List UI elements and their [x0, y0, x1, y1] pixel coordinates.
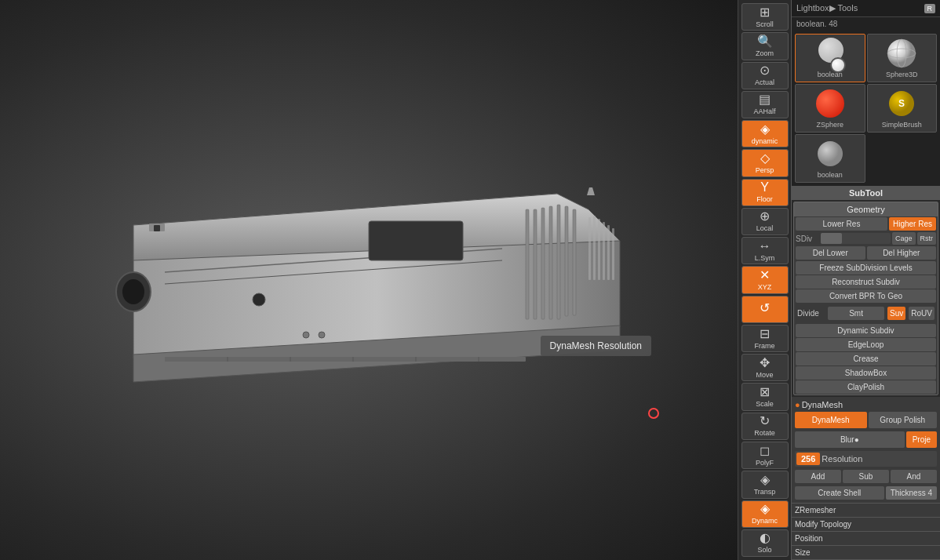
zsphere-icon: [814, 88, 846, 119]
del-higher-button[interactable]: Del Higher: [867, 246, 937, 260]
lower-res-button[interactable]: Lower Res: [796, 217, 887, 231]
solo-button[interactable]: ◐ Solo: [741, 529, 789, 557]
dynamic-icon: ◈: [760, 123, 770, 136]
crease-button[interactable]: Crease: [796, 352, 936, 365]
blur-button[interactable]: Blur●: [795, 431, 905, 448]
xyz-button[interactable]: ✕ XYZ: [741, 266, 789, 293]
boolean2-icon: [814, 138, 846, 169]
svg-rect-29: [598, 219, 600, 280]
move-button[interactable]: ✥ Move: [741, 354, 789, 381]
dynamic-label: dynamic: [752, 137, 778, 145]
sdiv-slider[interactable]: [821, 233, 891, 244]
frame-button[interactable]: ⊟ Frame: [741, 325, 789, 352]
zsphere-tool[interactable]: ZSphere: [795, 84, 865, 133]
geometry-panel: Geometry Lower Res Higher Res SDiv Cage …: [793, 202, 938, 395]
move-icon: ✥: [760, 357, 770, 369]
cage-button[interactable]: Cage: [892, 232, 916, 245]
dynamc-label: Dynamc: [752, 517, 778, 525]
proj-button[interactable]: Proje: [906, 431, 937, 448]
zremesher-section[interactable]: ZRemesher: [792, 503, 940, 517]
lsym-button[interactable]: ↔ L.Sym: [741, 237, 789, 264]
claypolish-button[interactable]: ClayPolish: [796, 380, 936, 394]
scrollable-panel[interactable]: Geometry Lower Res Higher Res SDiv Cage …: [792, 200, 940, 560]
floor-button[interactable]: Y Floor: [741, 179, 789, 206]
persp-button[interactable]: ◇ Persp: [741, 149, 789, 176]
rstr-button[interactable]: Rstr: [917, 232, 937, 245]
gyro-button[interactable]: ↺: [741, 296, 789, 323]
actual-icon: ⊙: [760, 64, 770, 77]
lightbox-title: Lightbox▶ Tools: [796, 3, 858, 13]
scroll-button[interactable]: ⊞ Scroll: [741, 3, 789, 31]
transp-button[interactable]: ◈ Transp: [741, 471, 789, 498]
dynamic-button[interactable]: ◈ dynamic: [741, 120, 789, 147]
reconstruct-subdiv-button[interactable]: Reconstruct Subdiv: [796, 275, 936, 289]
modify-topology-section[interactable]: Modify Topology: [792, 517, 940, 531]
simplebrush-icon: S: [886, 88, 917, 119]
shadowbox-button[interactable]: ShadowBox: [796, 366, 936, 380]
resolution-label: Resolution: [822, 454, 935, 464]
convert-bpr-button[interactable]: Convert BPR To Geo: [796, 289, 936, 303]
lightbox-header[interactable]: Lightbox▶ Tools R: [792, 0, 940, 17]
scroll-icon: ⊞: [760, 6, 770, 19]
red-dot-indicator: [648, 408, 659, 419]
and-button[interactable]: And: [891, 470, 937, 483]
svg-rect-21: [165, 357, 526, 362]
dynamesh-blur-row: Blur● Proje: [793, 430, 938, 449]
dynamc-button[interactable]: ◈ Dynamc: [741, 500, 789, 528]
aahalf-button[interactable]: ▤ AAHalf: [741, 91, 789, 118]
dynamc-icon: ◈: [760, 503, 770, 515]
boolean-tool[interactable]: boolean: [795, 34, 865, 82]
viewport-canvas: DynaMesh Resolution: [0, 0, 738, 560]
size-section[interactable]: Size: [792, 545, 940, 559]
rotate-button[interactable]: ↻ Rotate: [741, 413, 789, 440]
resolution-value: 256: [796, 453, 820, 465]
dynamic-subdiv-button[interactable]: Dynamic Subdiv: [796, 324, 936, 337]
group-polish-button[interactable]: Group Polish: [869, 412, 938, 428]
viewport[interactable]: DynaMesh Resolution: [0, 0, 738, 560]
subtool-header[interactable]: SubTool: [792, 186, 940, 200]
scale-button[interactable]: ⊠ Scale: [741, 383, 789, 410]
actual-button[interactable]: ⊙ Actual: [741, 62, 789, 89]
dynamesh-header-row: ● DynaMesh: [793, 398, 938, 410]
local-button[interactable]: ⊕ Local: [741, 208, 789, 235]
simplebrush-tool[interactable]: S SimpleBrush: [867, 84, 938, 133]
resolution-row: 256 Resolution: [795, 451, 937, 467]
svg-rect-11: [573, 209, 576, 315]
svg-rect-6: [534, 209, 537, 319]
sphere3d-tool[interactable]: Sphere3D: [867, 34, 938, 82]
higher-res-button[interactable]: Higher Res: [889, 217, 936, 231]
aahalf-icon: ▤: [759, 93, 771, 106]
zoom-button[interactable]: 🔍 Zoom: [741, 32, 789, 60]
geometry-header[interactable]: Geometry: [794, 202, 938, 216]
svg-marker-16: [587, 187, 595, 195]
tool-grid: boolean Sphere3D: [792, 31, 940, 186]
add-button[interactable]: Add: [795, 470, 841, 483]
sdiv-label: SDiv: [796, 235, 819, 243]
svg-rect-28: [593, 216, 596, 280]
rouv-button[interactable]: RoUV: [909, 307, 935, 320]
solo-label: Solo: [757, 546, 771, 554]
sub-button[interactable]: Sub: [843, 470, 889, 483]
del-lower-button[interactable]: Del Lower: [796, 246, 865, 260]
boolean2-tool[interactable]: boolean: [795, 134, 865, 183]
create-shell-button[interactable]: Create Shell: [795, 486, 884, 500]
svg-rect-30: [603, 222, 605, 280]
dynamesh-button[interactable]: DynaMesh: [795, 412, 867, 428]
divide-label: Divide: [797, 309, 825, 318]
svg-point-19: [303, 332, 309, 338]
svg-rect-18: [154, 225, 160, 231]
position-section[interactable]: Position: [792, 531, 940, 545]
zoom-icon: 🔍: [757, 35, 773, 48]
local-icon: ⊕: [760, 210, 770, 223]
suv-button[interactable]: Suv: [887, 307, 905, 320]
freeze-subdiv-button[interactable]: Freeze SubDivision Levels: [796, 261, 936, 275]
sphere3d-icon: [886, 38, 917, 69]
sdiv-row: SDiv Cage Rstr: [794, 231, 938, 245]
edgeloop-button[interactable]: EdgeLoop: [796, 338, 936, 351]
dynamesh-section-title: DynaMesh: [802, 400, 843, 409]
thickness-button[interactable]: Thickness 4: [886, 486, 937, 500]
polyf-button[interactable]: ◻ PolyF: [741, 442, 789, 469]
svg-rect-9: [557, 205, 560, 319]
smt-button[interactable]: Smt: [828, 307, 884, 320]
move-label: Move: [756, 371, 773, 379]
